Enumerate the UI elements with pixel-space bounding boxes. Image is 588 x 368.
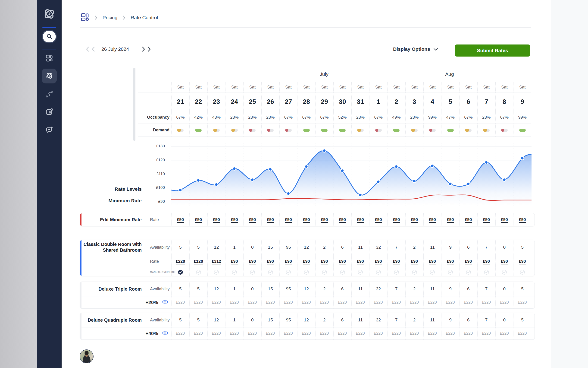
rate-point[interactable] — [503, 178, 506, 181]
rate-edit-link[interactable]: £90 — [393, 217, 400, 222]
rate-edit-link[interactable]: £90 — [501, 259, 508, 264]
manual-override-check-off[interactable] — [250, 270, 255, 275]
manual-override-check-off[interactable] — [196, 270, 201, 275]
date-cell[interactable]: 23 — [207, 92, 226, 111]
date-cell[interactable]: 8 — [495, 92, 513, 111]
next-fast-button[interactable] — [146, 46, 152, 52]
sidebar-item-feedback[interactable] — [42, 123, 57, 138]
manual-override-check-off[interactable] — [466, 270, 471, 275]
rate-point[interactable] — [305, 165, 308, 168]
sidebar-item-analytics[interactable] — [42, 105, 57, 120]
rate-edit-link[interactable]: £312 — [212, 259, 221, 264]
manual-override-check-off[interactable] — [268, 270, 273, 275]
breadcrumb-item-pricing[interactable]: Pricing — [103, 15, 117, 20]
breadcrumb-home-icon[interactable] — [80, 13, 89, 22]
prev-day-button[interactable] — [90, 46, 96, 52]
sidebar-item-rate-control-active[interactable] — [42, 69, 57, 83]
date-cell[interactable]: 26 — [261, 92, 280, 111]
rate-edit-link[interactable]: £90 — [519, 259, 526, 264]
rate-point[interactable] — [521, 157, 524, 160]
manual-override-check-off[interactable] — [502, 270, 507, 275]
date-cell[interactable]: 24 — [225, 92, 243, 111]
rate-point[interactable] — [449, 182, 452, 185]
rate-point[interactable] — [395, 165, 398, 168]
rate-edit-link[interactable]: £90 — [483, 259, 490, 264]
rate-edit-link[interactable]: £90 — [249, 259, 256, 264]
search-button[interactable] — [42, 30, 57, 43]
next-day-button[interactable] — [140, 46, 146, 52]
manual-override-check-off[interactable] — [412, 270, 417, 275]
manual-override-check-off[interactable] — [376, 270, 381, 275]
rate-edit-link[interactable]: £90 — [465, 217, 472, 222]
rate-point[interactable] — [215, 183, 218, 186]
manual-override-check-off[interactable] — [520, 270, 525, 275]
manual-override-check-off[interactable] — [484, 270, 489, 275]
rate-edit-link[interactable]: £90 — [213, 217, 220, 222]
rate-edit-link[interactable]: £90 — [267, 259, 274, 264]
rate-edit-link[interactable]: £90 — [393, 259, 400, 264]
rate-edit-link[interactable]: £90 — [321, 259, 328, 264]
date-cell[interactable]: 7 — [477, 92, 495, 111]
manual-override-check-off[interactable] — [304, 270, 309, 275]
rate-edit-link[interactable]: £90 — [195, 217, 202, 222]
user-avatar[interactable] — [80, 350, 93, 363]
rate-edit-link[interactable]: £90 — [357, 217, 364, 222]
rate-edit-link[interactable]: £90 — [465, 259, 472, 264]
rate-edit-link[interactable]: £90 — [429, 217, 436, 222]
rate-edit-link[interactable]: £90 — [375, 217, 382, 222]
link-icon[interactable] — [162, 330, 168, 337]
manual-override-check-off[interactable] — [358, 270, 363, 275]
date-cell[interactable]: 22 — [189, 92, 207, 111]
prev-fast-button[interactable] — [85, 46, 90, 52]
rate-point[interactable] — [430, 164, 434, 167]
manual-override-check-off[interactable] — [340, 270, 345, 275]
date-cell[interactable]: 1 — [369, 92, 387, 111]
manual-override-check-on[interactable] — [178, 270, 183, 275]
rate-edit-link[interactable]: £90 — [357, 259, 364, 264]
manual-override-check-off[interactable] — [286, 270, 291, 275]
rate-point[interactable] — [287, 192, 290, 195]
rate-edit-link[interactable]: £90 — [231, 217, 238, 222]
rate-edit-link[interactable]: £90 — [411, 259, 418, 264]
rate-point[interactable] — [179, 188, 182, 192]
manual-override-check-off[interactable] — [430, 270, 435, 275]
rate-edit-link[interactable]: £90 — [303, 259, 310, 264]
rate-point[interactable] — [269, 168, 272, 171]
rate-edit-link[interactable]: £90 — [177, 217, 184, 222]
manual-override-check-off[interactable] — [394, 270, 399, 275]
date-cell[interactable]: 25 — [243, 92, 261, 111]
date-cell[interactable]: 9 — [513, 92, 531, 111]
rate-edit-link[interactable]: £90 — [519, 217, 526, 222]
manual-override-check-off[interactable] — [214, 270, 219, 275]
rate-edit-link[interactable]: £90 — [483, 217, 490, 222]
rate-edit-link[interactable]: £90 — [339, 217, 346, 222]
date-cell[interactable]: 4 — [423, 92, 441, 111]
rate-edit-link[interactable]: £90 — [447, 217, 454, 222]
rate-point[interactable] — [359, 193, 362, 196]
date-cell[interactable]: 29 — [315, 92, 333, 111]
rate-edit-link[interactable]: £90 — [339, 259, 346, 264]
rate-point[interactable] — [485, 161, 488, 164]
rate-edit-link[interactable]: £90 — [321, 217, 328, 222]
rate-point[interactable] — [377, 180, 380, 183]
date-cell[interactable]: 31 — [351, 92, 369, 111]
vertical-scroll-indicator[interactable] — [133, 68, 135, 141]
link-icon[interactable] — [162, 298, 168, 306]
sidebar-item-dashboard[interactable] — [42, 51, 57, 66]
date-cell[interactable]: 27 — [280, 92, 298, 111]
manual-override-check-off[interactable] — [232, 270, 237, 275]
date-cell[interactable]: 30 — [333, 92, 351, 111]
rate-edit-link[interactable]: £120 — [194, 259, 203, 264]
date-cell[interactable]: 21 — [171, 92, 189, 111]
submit-rates-button[interactable]: Submit Rates — [455, 45, 530, 56]
rate-edit-link[interactable]: £90 — [411, 217, 418, 222]
rate-point[interactable] — [251, 178, 254, 181]
date-cell[interactable]: 28 — [297, 92, 315, 111]
rate-point[interactable] — [233, 167, 236, 170]
rate-edit-link[interactable]: £90 — [447, 259, 454, 264]
display-options-dropdown[interactable]: Display Options — [393, 46, 438, 52]
rate-edit-link[interactable]: £90 — [285, 217, 292, 222]
rate-edit-link[interactable]: £90 — [231, 259, 238, 264]
rate-edit-link[interactable]: £90 — [303, 217, 310, 222]
rate-edit-link[interactable]: £220 — [176, 259, 185, 264]
